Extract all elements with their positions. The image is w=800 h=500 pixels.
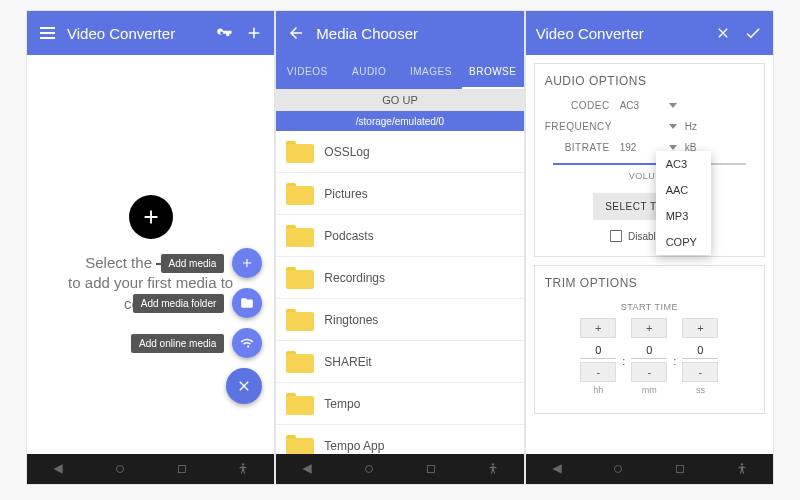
folder-row[interactable]: Recordings xyxy=(276,257,523,299)
svg-point-0 xyxy=(116,466,123,473)
volume-slider[interactable] xyxy=(553,163,746,165)
chevron-down-icon xyxy=(669,145,677,150)
time-dec-button[interactable]: - xyxy=(631,362,667,382)
codec-option[interactable]: AC3 xyxy=(656,151,711,177)
fab-add-media[interactable] xyxy=(232,248,262,278)
tab-browse[interactable]: BROWSE xyxy=(462,55,524,89)
nav-back-icon[interactable] xyxy=(550,462,564,476)
codec-option[interactable]: MP3 xyxy=(656,203,711,229)
tab-images[interactable]: IMAGES xyxy=(400,55,462,89)
folder-row[interactable]: Tempo App xyxy=(276,425,523,454)
options-title: Video Converter xyxy=(536,25,703,42)
volume-label: VOLUME xyxy=(545,171,754,181)
svg-point-8 xyxy=(741,463,743,465)
appbar-home: Video Converter xyxy=(27,11,274,55)
folder-row[interactable]: Podcasts xyxy=(276,215,523,257)
path-bar[interactable]: /storage/emulated/0 xyxy=(276,111,523,131)
app-title: Video Converter xyxy=(67,25,204,42)
start-time-label: START TIME xyxy=(545,302,754,312)
fab-label-folder: Add media folder xyxy=(133,294,225,313)
folder-row[interactable]: OSSLog xyxy=(276,131,523,173)
browser-title: Media Chooser xyxy=(316,25,513,42)
close-icon[interactable] xyxy=(713,23,733,43)
folder-list: OSSLog Pictures Podcasts Recordings Ring… xyxy=(276,131,523,454)
time-ss[interactable]: 0 xyxy=(682,341,718,359)
fab-stack: Add media Add media folder Add online me… xyxy=(131,248,262,404)
disable-audio-checkbox[interactable]: Disable audio xyxy=(545,230,754,242)
time-inc-button[interactable]: + xyxy=(682,318,718,338)
android-navbar xyxy=(27,454,274,484)
codec-row[interactable]: CODEC AC3 xyxy=(545,100,754,111)
trim-options-card: TRIM OPTIONS START TIME + 0 - hh : + 0 -… xyxy=(534,265,765,414)
fab-close[interactable] xyxy=(226,368,262,404)
nav-home-icon[interactable] xyxy=(113,462,127,476)
time-picker: + 0 - hh : + 0 - mm : + 0 - ss xyxy=(545,318,754,395)
folder-icon xyxy=(286,225,314,247)
svg-rect-1 xyxy=(178,466,185,473)
nav-recent-icon[interactable] xyxy=(673,462,687,476)
fab-add-folder[interactable] xyxy=(232,288,262,318)
frequency-row[interactable]: FREQUENCY Hz xyxy=(545,121,754,132)
codec-dropdown: AC3 AAC MP3 COPY xyxy=(656,151,711,255)
audio-card-title: AUDIO OPTIONS xyxy=(545,74,754,88)
folder-icon xyxy=(286,351,314,373)
codec-option[interactable]: COPY xyxy=(656,229,711,255)
nav-home-icon[interactable] xyxy=(611,462,625,476)
nav-back-icon[interactable] xyxy=(51,462,65,476)
folder-icon xyxy=(286,393,314,415)
chevron-down-icon xyxy=(669,103,677,108)
bitrate-row[interactable]: BITRATE 192 kB xyxy=(545,142,754,153)
time-mm[interactable]: 0 xyxy=(631,341,667,359)
folder-icon xyxy=(286,183,314,205)
audio-options-card: AUDIO OPTIONS CODEC AC3 FREQUENCY Hz BIT… xyxy=(534,63,765,257)
key-icon[interactable] xyxy=(214,23,234,43)
nav-recent-icon[interactable] xyxy=(424,462,438,476)
svg-point-6 xyxy=(615,466,622,473)
nav-accessibility-icon[interactable] xyxy=(735,462,749,476)
fab-label-media: Add media xyxy=(161,254,225,273)
svg-point-5 xyxy=(492,463,494,465)
fab-label-online: Add online media xyxy=(131,334,224,353)
check-icon[interactable] xyxy=(743,23,763,43)
folder-row[interactable]: SHAREit xyxy=(276,341,523,383)
menu-icon[interactable] xyxy=(37,23,57,43)
fab-add-online[interactable] xyxy=(232,328,262,358)
nav-back-icon[interactable] xyxy=(300,462,314,476)
appbar-browser: Media Chooser xyxy=(276,11,523,55)
pane-options: Video Converter AUDIO OPTIONS CODEC AC3 … xyxy=(525,10,774,485)
pane-browser: Media Chooser VIDEOS AUDIO IMAGES BROWSE… xyxy=(275,10,524,485)
tab-videos[interactable]: VIDEOS xyxy=(276,55,338,89)
folder-row[interactable]: Pictures xyxy=(276,173,523,215)
nav-accessibility-icon[interactable] xyxy=(236,462,250,476)
svg-rect-4 xyxy=(427,466,434,473)
pane-home: Video Converter Select the button to add… xyxy=(26,10,275,485)
time-dec-button[interactable]: - xyxy=(682,362,718,382)
svg-point-3 xyxy=(366,466,373,473)
time-inc-button[interactable]: + xyxy=(631,318,667,338)
trim-card-title: TRIM OPTIONS xyxy=(545,276,754,290)
back-icon[interactable] xyxy=(286,23,306,43)
folder-row[interactable]: Tempo xyxy=(276,383,523,425)
folder-icon xyxy=(286,435,314,455)
checkbox-icon xyxy=(610,230,622,242)
android-navbar xyxy=(276,454,523,484)
tab-audio[interactable]: AUDIO xyxy=(338,55,400,89)
chevron-down-icon xyxy=(669,124,677,129)
folder-icon xyxy=(286,267,314,289)
empty-state: Select the button to add your first medi… xyxy=(27,55,274,454)
codec-option[interactable]: AAC xyxy=(656,177,711,203)
time-hh[interactable]: 0 xyxy=(580,341,616,359)
time-inc-button[interactable]: + xyxy=(580,318,616,338)
folder-icon xyxy=(286,309,314,331)
folder-row[interactable]: Ringtones xyxy=(276,299,523,341)
nav-accessibility-icon[interactable] xyxy=(486,462,500,476)
nav-home-icon[interactable] xyxy=(362,462,376,476)
folder-icon xyxy=(286,141,314,163)
go-up-button[interactable]: GO UP xyxy=(276,89,523,111)
time-dec-button[interactable]: - xyxy=(580,362,616,382)
add-icon[interactable] xyxy=(244,23,264,43)
svg-rect-7 xyxy=(677,466,684,473)
big-add-button[interactable] xyxy=(129,195,173,239)
nav-recent-icon[interactable] xyxy=(175,462,189,476)
appbar-options: Video Converter xyxy=(526,11,773,55)
